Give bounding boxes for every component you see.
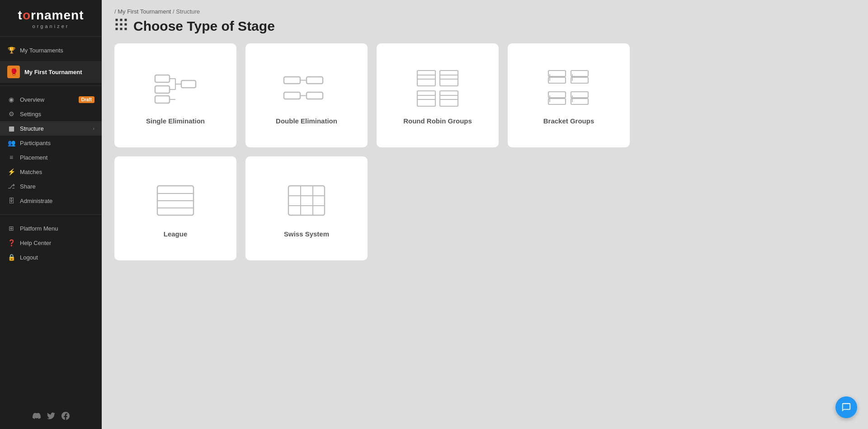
my-tournaments-label: My Tournaments xyxy=(20,47,94,54)
sidebar-item-share[interactable]: ⎇ Share xyxy=(0,179,102,193)
svg-rect-1 xyxy=(120,19,123,21)
logout-icon: 🔒 xyxy=(7,254,15,261)
help-icon: ❓ xyxy=(7,239,15,246)
sidebar-item-participants[interactable]: 👥 Participants xyxy=(0,136,102,150)
breadcrumb-current: Structure xyxy=(176,8,200,15)
svg-rect-0 xyxy=(116,19,118,21)
tournament-icon: 🥊 xyxy=(7,66,20,78)
sidebar-item-structure[interactable]: ▦ Structure › xyxy=(0,121,102,136)
svg-rect-10 xyxy=(155,86,170,93)
svg-rect-18 xyxy=(284,77,300,84)
discord-icon[interactable] xyxy=(33,412,41,422)
settings-label: Settings xyxy=(20,111,94,118)
stage-card-bracket-groups[interactable]: Bracket Groups xyxy=(508,43,630,147)
sidebar-item-matches[interactable]: ⚡ Matches xyxy=(0,165,102,179)
logo-sub: organizer xyxy=(33,24,70,29)
svg-rect-21 xyxy=(284,92,300,99)
sidebar-item-logout[interactable]: 🔒 Logout xyxy=(0,250,102,264)
sidebar-item-placement[interactable]: ≡ Placement xyxy=(0,150,102,165)
nav-section: ◉ Overview Draft ⚙ Settings ▦ Structure … xyxy=(0,89,102,212)
page-header-icon xyxy=(114,18,128,34)
logout-label: Logout xyxy=(20,254,94,261)
trophy-icon: 🏆 xyxy=(7,47,15,54)
league-label: League xyxy=(164,230,188,238)
svg-rect-30 xyxy=(417,91,435,106)
stage-grid: Single Elimination Double Elimination xyxy=(102,43,868,260)
svg-rect-42 xyxy=(548,92,566,98)
page-header: Choose Type of Stage xyxy=(102,15,868,43)
help-center-label: Help Center xyxy=(20,240,94,246)
twitter-icon[interactable] xyxy=(47,412,55,422)
svg-rect-38 xyxy=(548,77,566,83)
sidebar-social xyxy=(0,405,102,429)
svg-rect-33 xyxy=(440,91,458,106)
platform-section: ⊞ Platform Menu ❓ Help Center 🔒 Logout xyxy=(0,217,102,268)
stage-card-swiss-system[interactable]: Swiss System xyxy=(245,156,368,260)
structure-label: Structure xyxy=(20,125,88,132)
svg-rect-45 xyxy=(571,92,588,98)
draft-badge: Draft xyxy=(79,96,94,103)
overview-label: Overview xyxy=(20,96,74,103)
bracket-groups-icon xyxy=(546,68,591,109)
svg-rect-4 xyxy=(120,24,123,26)
sidebar-tournament[interactable]: 🥊 My First Tournament xyxy=(0,61,102,83)
sidebar-item-overview[interactable]: ◉ Overview Draft xyxy=(0,92,102,107)
platform-menu-label: Platform Menu xyxy=(20,225,94,232)
svg-rect-6 xyxy=(116,28,118,30)
svg-rect-47 xyxy=(571,99,588,104)
svg-rect-5 xyxy=(125,24,127,26)
svg-rect-52 xyxy=(288,186,325,215)
sidebar-logo: tornament organizer xyxy=(0,0,102,33)
matches-label: Matches xyxy=(20,169,94,175)
sidebar-item-administrate[interactable]: 🗄 Administrate xyxy=(0,193,102,208)
share-label: Share xyxy=(20,183,94,190)
breadcrumb-tournament-link[interactable]: My First Tournament xyxy=(118,8,171,15)
logo-rnament: rnament xyxy=(31,8,84,22)
stage-card-round-robin-groups[interactable]: Round Robin Groups xyxy=(377,43,499,147)
participants-label: Participants xyxy=(20,140,94,146)
stage-card-league[interactable]: League xyxy=(114,156,236,260)
chat-button[interactable] xyxy=(835,396,857,418)
participants-icon: 👥 xyxy=(7,139,15,146)
sidebar-item-settings[interactable]: ⚙ Settings xyxy=(0,107,102,121)
placement-label: Placement xyxy=(20,154,94,161)
svg-rect-3 xyxy=(116,24,118,26)
round-robin-icon xyxy=(415,68,460,109)
svg-rect-7 xyxy=(120,28,123,30)
svg-rect-39 xyxy=(571,71,588,76)
sidebar-item-my-tournaments[interactable]: 🏆 My Tournaments xyxy=(0,43,102,57)
svg-rect-19 xyxy=(307,77,323,84)
placement-icon: ≡ xyxy=(7,154,15,161)
breadcrumb: / My First Tournament / Structure xyxy=(102,0,868,15)
single-elimination-label: Single Elimination xyxy=(146,117,205,125)
stage-card-single-elimination[interactable]: Single Elimination xyxy=(114,43,236,147)
svg-rect-8 xyxy=(125,28,127,30)
league-icon xyxy=(155,181,196,222)
structure-icon: ▦ xyxy=(7,125,15,132)
svg-rect-36 xyxy=(548,71,566,76)
facebook-icon[interactable] xyxy=(61,412,70,422)
structure-arrow: › xyxy=(93,126,94,131)
svg-rect-9 xyxy=(155,75,170,82)
logo-t: t xyxy=(18,8,23,22)
logo-o: o xyxy=(23,8,31,22)
platform-grid-icon: ⊞ xyxy=(7,225,15,232)
svg-rect-22 xyxy=(307,92,323,99)
double-elimination-label: Double Elimination xyxy=(276,117,337,125)
svg-rect-27 xyxy=(440,71,458,86)
administrate-label: Administrate xyxy=(20,198,94,204)
svg-rect-2 xyxy=(125,19,127,21)
svg-rect-24 xyxy=(417,71,435,86)
settings-icon: ⚙ xyxy=(7,110,15,118)
sidebar-item-platform-menu[interactable]: ⊞ Platform Menu xyxy=(0,221,102,236)
sidebar: tornament organizer 🏆 My Tournaments 🥊 M… xyxy=(0,0,102,429)
svg-rect-16 xyxy=(181,80,196,88)
logo: tornament xyxy=(18,8,84,23)
svg-rect-11 xyxy=(155,96,170,103)
overview-icon: ◉ xyxy=(7,96,15,103)
tournament-icon-symbol: 🥊 xyxy=(10,68,18,75)
my-tournaments-section: 🏆 My Tournaments xyxy=(0,39,102,61)
round-robin-label: Round Robin Groups xyxy=(403,117,472,125)
stage-card-double-elimination[interactable]: Double Elimination xyxy=(245,43,368,147)
sidebar-item-help-center[interactable]: ❓ Help Center xyxy=(0,236,102,250)
